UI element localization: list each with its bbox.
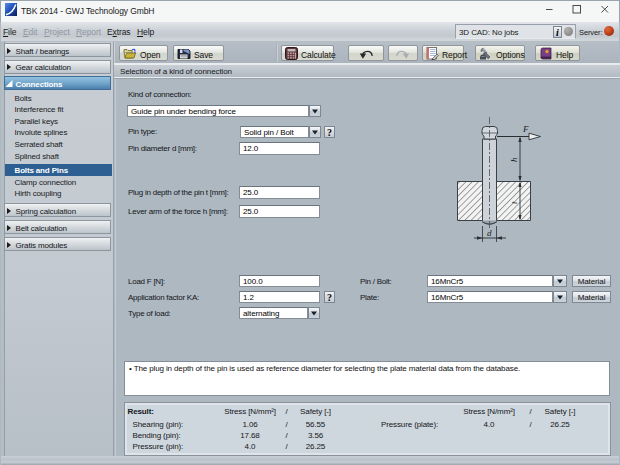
svg-text:d: d [487, 228, 492, 238]
svg-text:F: F [522, 124, 529, 134]
svg-text:h: h [509, 157, 519, 162]
